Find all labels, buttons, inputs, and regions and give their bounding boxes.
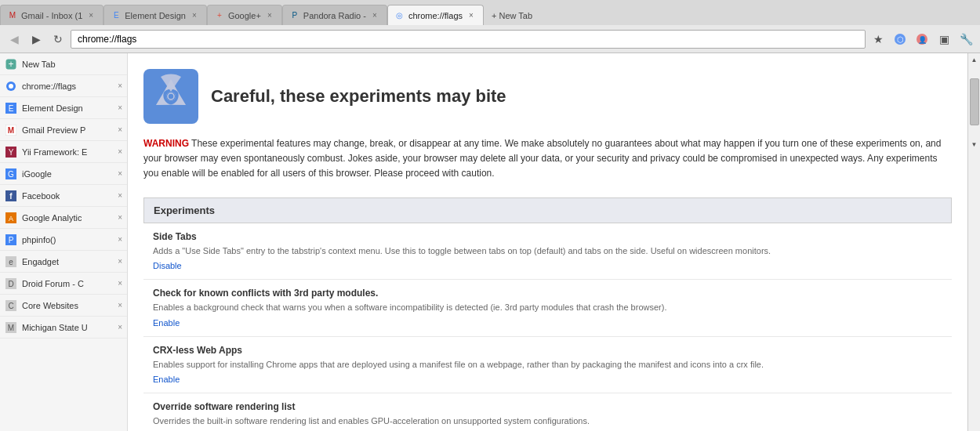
svg-text:+: + — [8, 59, 13, 70]
sidebar-label-igoogle: iGoogle — [22, 169, 52, 179]
experiment-side-tabs: Side TabsAdds a "Use Side Tabs" entry to… — [143, 223, 952, 281]
sidebar-item-droid[interactable]: DDroid Forum - C× — [0, 273, 127, 295]
browser-chrome: MGmail - Inbox (1×EElement Design×+Googl… — [0, 0, 980, 53]
address-input[interactable] — [71, 30, 866, 49]
tab-label-gplus: Google+ — [228, 11, 261, 20]
svg-text:C: C — [8, 302, 13, 310]
sidebar-close-analytics[interactable]: × — [118, 213, 122, 222]
sidebar-item-core[interactable]: CCore Websites× — [0, 295, 127, 317]
back-button[interactable]: ◀ — [5, 30, 24, 49]
forward-button[interactable]: ▶ — [27, 30, 45, 49]
warning-text: These experimental features may change, … — [143, 138, 941, 179]
sidebar-close-gmail-s[interactable]: × — [118, 125, 122, 134]
sidebar-close-michigan[interactable]: × — [118, 323, 122, 331]
hazard-icon — [143, 69, 198, 124]
experiment-desc-conflict-check: Enables a background check that warns yo… — [153, 301, 942, 314]
warning-label: WARNING — [143, 138, 189, 149]
tab-favicon-flags: ◎ — [394, 10, 405, 21]
sidebar-label-michigan: Michigan State U — [22, 323, 88, 332]
sidebar-label-new-tab: New Tab — [22, 60, 56, 69]
sidebar-item-facebook[interactable]: fFacebook× — [0, 185, 127, 207]
address-bar: ◀ ▶ ↻ ★ ⬡ 👤 ▣ 🔧 — [0, 25, 980, 53]
sidebar-close-igoogle[interactable]: × — [118, 169, 122, 178]
sidebar-label-phpinfo: phpinfo() — [22, 235, 56, 244]
sidebar-favicon-igoogle: G — [5, 168, 17, 180]
svg-text:E: E — [9, 104, 14, 113]
tab-flags[interactable]: ◎chrome://flags× — [387, 5, 484, 25]
sidebar-item-igoogle[interactable]: GiGoogle× — [0, 163, 127, 185]
sidebar-close-engadget[interactable]: × — [118, 257, 122, 266]
tab-close-pandora[interactable]: × — [369, 10, 380, 21]
tab-favicon-pandora: P — [289, 10, 300, 21]
new-tab-button[interactable]: + New Tab — [484, 6, 540, 25]
extensions-icon[interactable]: ⬡ — [891, 30, 909, 49]
sidebar-item-michigan[interactable]: MMichigan State U× — [0, 317, 127, 339]
svg-text:A: A — [9, 215, 13, 223]
experiment-action-crx-less[interactable]: Enable — [153, 375, 180, 384]
main-area: +New Tabchrome://flags×EElement Design×M… — [0, 53, 980, 431]
experiment-desc-crx-less: Enables support for installing Chrome ap… — [153, 358, 942, 371]
content-area: Careful, these experiments may bite WARN… — [128, 53, 967, 431]
sidebar-close-element2[interactable]: × — [118, 103, 122, 112]
tab-favicon-gplus: + — [214, 10, 225, 21]
tab-pandora[interactable]: PPandora Radio -× — [282, 5, 387, 25]
sidebar-close-phpinfo[interactable]: × — [118, 235, 122, 244]
sidebar-favicon-phpinfo: P — [5, 234, 17, 246]
experiment-desc-side-tabs: Adds a "Use Side Tabs" entry to the tabs… — [153, 244, 942, 258]
refresh-button[interactable]: ↻ — [49, 30, 67, 49]
bookmark-icon[interactable]: ★ — [869, 30, 887, 49]
sidebar-favicon-new-tab: + — [5, 58, 17, 71]
sidebar-item-engadget[interactable]: eEngadget× — [0, 251, 127, 273]
sidebar-item-yii[interactable]: YYii Framework: E× — [0, 141, 127, 163]
sidebar-label-yii: Yii Framework: E — [22, 147, 87, 157]
tab-element1[interactable]: EElement Design× — [103, 5, 207, 25]
tab-close-gmail[interactable]: × — [85, 10, 96, 21]
tab-close-gplus[interactable]: × — [264, 10, 275, 21]
experiment-name-override-rendering: Override software rendering list — [153, 401, 942, 412]
tab-favicon-gmail: M — [7, 10, 18, 21]
sidebar-close-flags-s[interactable]: × — [118, 81, 122, 90]
tab-label-gmail: Gmail - Inbox (1 — [21, 11, 82, 20]
sidebar-favicon-engadget: e — [5, 255, 17, 268]
svg-text:⬡: ⬡ — [897, 35, 904, 44]
experiment-desc-override-rendering: Overrides the built-in software renderin… — [153, 415, 942, 428]
sidebar-close-core[interactable]: × — [118, 301, 122, 310]
sidebar-close-droid[interactable]: × — [118, 279, 122, 288]
scroll-thumb[interactable] — [970, 78, 979, 125]
monitor-icon[interactable]: ▣ — [935, 30, 953, 49]
sidebar-favicon-core: C — [5, 299, 17, 312]
tab-gplus[interactable]: +Google+× — [207, 5, 282, 25]
wrench-icon[interactable]: 🔧 — [956, 30, 975, 49]
tab-bar: MGmail - Inbox (1×EElement Design×+Googl… — [0, 0, 980, 25]
experiment-action-conflict-check[interactable]: Enable — [153, 318, 180, 328]
tab-label-pandora: Pandora Radio - — [303, 11, 366, 20]
sidebar-close-facebook[interactable]: × — [118, 191, 122, 200]
scroll-up-arrow[interactable]: ▲ — [968, 53, 981, 66]
sidebar-close-yii[interactable]: × — [118, 147, 122, 156]
page-content: Careful, these experiments may bite WARN… — [128, 53, 967, 431]
tab-favicon-element1: E — [111, 10, 122, 21]
sidebar-label-element2: Element Design — [22, 103, 83, 113]
page-header: Careful, these experiments may bite — [143, 69, 952, 124]
svg-text:M: M — [8, 126, 14, 135]
sidebar-item-gmail-s[interactable]: MGmail Preview P× — [0, 119, 127, 141]
scrollbar[interactable]: ▲ ▼ — [967, 53, 980, 431]
tab-close-flags[interactable]: × — [466, 10, 477, 21]
svg-point-7 — [9, 84, 13, 89]
sidebar-favicon-facebook: f — [5, 190, 17, 202]
sidebar-item-analytics[interactable]: AGoogle Analytic× — [0, 207, 127, 229]
experiments-header: Experiments — [143, 197, 952, 223]
svg-text:e: e — [9, 258, 13, 266]
sidebar-item-flags-s[interactable]: chrome://flags× — [0, 75, 127, 97]
experiment-action-side-tabs[interactable]: Disable — [153, 261, 182, 270]
tab-close-element1[interactable]: × — [189, 10, 200, 21]
sidebar-item-new-tab[interactable]: +New Tab — [0, 53, 127, 75]
sidebar-item-element2[interactable]: EElement Design× — [0, 97, 127, 119]
scroll-down-arrow[interactable]: ▼ — [968, 138, 981, 150]
tab-gmail[interactable]: MGmail - Inbox (1× — [0, 5, 103, 25]
users-icon[interactable]: 👤 — [913, 30, 931, 49]
tab-label-flags: chrome://flags — [408, 11, 463, 20]
experiment-name-conflict-check: Check for known conflicts with 3rd party… — [153, 288, 942, 299]
sidebar-favicon-michigan: M — [5, 321, 17, 334]
sidebar-item-phpinfo[interactable]: Pphpinfo()× — [0, 229, 127, 251]
